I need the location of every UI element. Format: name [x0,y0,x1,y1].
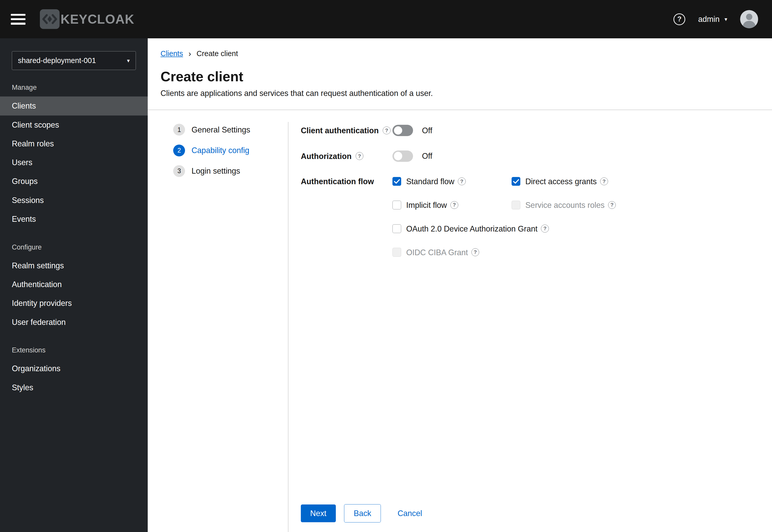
next-button[interactable]: Next [301,504,336,522]
masthead: KEYCLOAK ? admin ▾ [0,0,772,38]
checkbox-oauth-device-authorization-grant[interactable]: OAuth 2.0 Device Authorization Grant ? [392,223,616,234]
keycloak-logo: KEYCLOAK [39,9,134,29]
authorization-toggle [392,150,413,162]
wizard-footer: Next Back Cancel [301,504,752,524]
sidebar-item-realm-settings[interactable]: Realm settings [0,256,148,275]
sidebar-item-sessions[interactable]: Sessions [0,191,148,210]
checkbox-box [392,224,401,233]
client-authentication-toggle[interactable] [392,125,413,136]
checkbox-implicit-flow[interactable]: Implicit flow ? [392,200,512,210]
chevron-down-icon: ▾ [724,16,727,22]
page-header: Clients › Create client Create client Cl… [148,38,772,110]
help-icon[interactable]: ? [458,178,466,185]
sidebar-item-user-federation[interactable]: User federation [0,313,148,331]
help-icon[interactable]: ? [600,178,608,185]
sidebar-item-client-scopes[interactable]: Client scopes [0,116,148,134]
back-button[interactable]: Back [344,504,381,522]
help-icon: ? [673,13,685,25]
create-client-wizard: 1 General Settings 2 Capability config 3… [148,110,772,532]
help-icon[interactable]: ? [608,201,616,209]
user-menu-button[interactable]: admin ▾ [698,15,727,24]
nav-section-extensions: Extensions [0,346,148,359]
keycloak-logo-icon [39,9,60,29]
sidebar-item-realm-roles[interactable]: Realm roles [0,134,148,153]
checkbox-direct-access-grants[interactable]: Direct access grants ? [512,176,616,187]
checkbox-box [392,248,401,256]
checkbox-service-accounts-roles: Service accounts roles ? [512,200,616,210]
sidebar-nav: shared-deployment-001 ▾ Manage Clients C… [0,38,148,532]
authorization-state: Off [422,152,432,161]
sidebar-item-authentication[interactable]: Authentication [0,275,148,294]
authorization-label: Authorization ? [301,151,392,162]
checkbox-box [512,201,520,209]
breadcrumb-clients-link[interactable]: Clients [161,49,183,58]
help-icon[interactable]: ? [356,152,364,160]
realm-selector[interactable]: shared-deployment-001 ▾ [12,51,136,70]
client-authentication-row: Client authentication ? Off [301,125,752,136]
step-label: Capability config [191,146,249,155]
sidebar-item-organizations[interactable]: Organizations [0,359,148,378]
help-icon[interactable]: ? [471,248,479,256]
client-authentication-state: Off [422,126,432,135]
capability-config-form: Client authentication ? Off Authorizatio… [288,110,772,532]
brand-wordmark: KEYCLOAK [60,12,134,27]
realm-name: shared-deployment-001 [18,56,96,65]
wizard-step-capability-config[interactable]: 2 Capability config [173,145,288,156]
hamburger-icon [11,14,25,16]
breadcrumb-separator-icon: › [188,49,191,58]
help-menu-button[interactable]: ? [673,13,685,25]
nav-section-manage: Manage [0,84,148,96]
avatar[interactable] [740,10,758,28]
breadcrumb-current: Create client [197,49,238,58]
sidebar-item-styles[interactable]: Styles [0,378,148,397]
authentication-flow-row: Authentication flow Standard flow ? [301,176,752,258]
checkbox-standard-flow[interactable]: Standard flow ? [392,176,512,187]
step-label: Login settings [191,166,240,175]
authentication-flow-label: Authentication flow [301,176,392,187]
authorization-row: Authorization ? Off [301,150,752,162]
chevron-down-icon: ▾ [127,58,130,63]
wizard-nav: 1 General Settings 2 Capability config 3… [148,110,288,532]
checkbox-oidc-ciba-grant: OIDC CIBA Grant ? [392,247,616,258]
switch-knob [394,152,402,160]
wizard-step-general-settings[interactable]: 1 General Settings [173,124,288,136]
page-subtitle: Clients are applications and services th… [161,89,759,98]
nav-section-configure: Configure [0,243,148,256]
main-content: Clients › Create client Create client Cl… [148,38,772,532]
help-icon[interactable]: ? [383,127,391,135]
sidebar-item-groups[interactable]: Groups [0,172,148,191]
checkbox-box [392,177,401,186]
breadcrumb: Clients › Create client [161,49,759,58]
step-number: 1 [173,124,185,136]
cancel-button[interactable]: Cancel [398,504,422,522]
sidebar-item-events[interactable]: Events [0,210,148,228]
checkbox-box [512,177,520,186]
page-title: Create client [161,68,759,85]
client-authentication-label: Client authentication ? [301,125,392,136]
switch-knob [394,126,402,135]
keycloak-admin-console: KEYCLOAK ? admin ▾ shared-de [0,0,772,532]
checkbox-box [392,201,401,209]
help-icon[interactable]: ? [541,225,549,233]
username: admin [698,15,720,24]
step-number: 3 [173,165,185,177]
wizard-step-login-settings[interactable]: 3 Login settings [173,165,288,177]
help-icon[interactable]: ? [450,201,458,209]
step-number: 2 [173,145,185,156]
step-label: General Settings [191,125,250,134]
sidebar-item-users[interactable]: Users [0,153,148,172]
sidebar-item-identity-providers[interactable]: Identity providers [0,294,148,313]
nav-toggle-button[interactable] [11,9,28,29]
authentication-flow-options: Standard flow ? Direct access grants ? [392,176,616,258]
sidebar-item-clients[interactable]: Clients [0,96,148,115]
